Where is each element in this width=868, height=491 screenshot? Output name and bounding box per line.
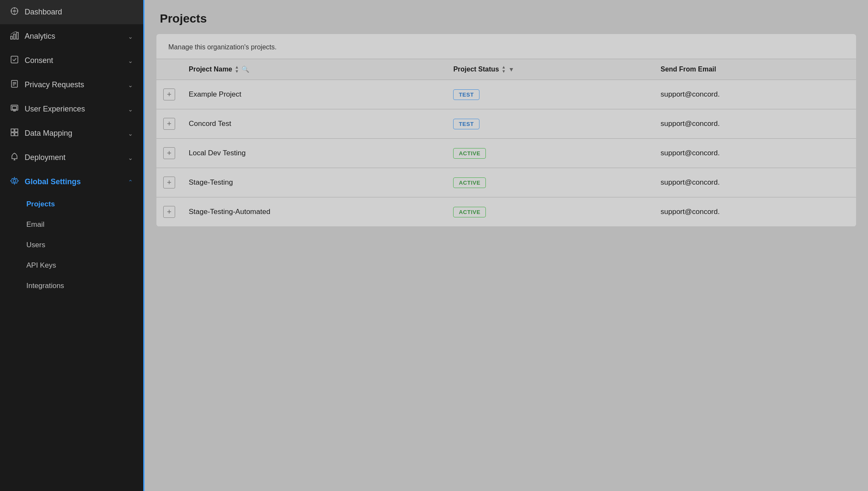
chevron-down-icon: ⌄ (128, 154, 133, 161)
expand-button[interactable]: + (163, 206, 175, 218)
send-from-email-cell: support@concord. (654, 80, 856, 109)
main-content: Projects Manage this organization's proj… (145, 0, 868, 491)
sidebar-item-label: Consent (25, 56, 125, 65)
column-project-name-label: Project Name (189, 66, 232, 73)
project-name-cell: Local Dev Testing (182, 139, 446, 168)
expand-button[interactable]: + (163, 88, 175, 100)
data-mapping-icon (10, 128, 19, 139)
status-badge: TEST (453, 89, 479, 100)
sidebar-item-data-mapping[interactable]: Data Mapping ⌄ (0, 121, 143, 146)
gear-icon (10, 177, 19, 187)
table-body: +Example ProjectTESTsupport@concord.+Con… (156, 80, 856, 227)
sidebar-item-label: Analytics (25, 32, 125, 41)
expand-button[interactable]: + (163, 177, 175, 188)
sidebar-item-global-settings[interactable]: Global Settings ⌃ (0, 170, 143, 194)
project-status-cell: ACTIVE (446, 197, 654, 227)
sort-icon[interactable]: ▲▼ (502, 65, 506, 74)
svg-rect-9 (11, 56, 18, 63)
status-badge: ACTIVE (453, 177, 486, 188)
project-name-cell: Stage-Testing (182, 168, 446, 197)
status-badge: TEST (453, 119, 479, 129)
chevron-down-icon: ⌄ (128, 106, 133, 113)
send-from-email-cell: support@concord. (654, 197, 856, 227)
table-row: +Stage-Testing-AutomatedACTIVEsupport@co… (156, 197, 856, 227)
column-project-status: Project Status ▲▼ ▼ (446, 59, 654, 80)
page-title: Projects (160, 12, 853, 26)
table-row: +Example ProjectTESTsupport@concord. (156, 80, 856, 109)
sidebar-item-dashboard[interactable]: Dashboard (0, 0, 143, 24)
sidebar-sub-item-email[interactable]: Email (0, 214, 143, 235)
sidebar-sub-item-api-keys[interactable]: API Keys (0, 255, 143, 276)
svg-rect-6 (11, 36, 12, 39)
sidebar-sub-item-label: Integrations (26, 282, 64, 290)
column-send-from-email-label: Send From Email (661, 66, 716, 73)
projects-table-wrapper: Project Name ▲▼ 🔍 Project Status ▲▼ ▼ (156, 59, 856, 226)
project-name-cell: Example Project (182, 80, 446, 109)
sidebar-item-label: Deployment (25, 153, 125, 162)
chevron-down-icon: ⌄ (128, 33, 133, 40)
send-from-email-cell: support@concord. (654, 168, 856, 197)
svg-point-23 (13, 180, 16, 182)
projects-table: Project Name ▲▼ 🔍 Project Status ▲▼ ▼ (156, 59, 856, 226)
table-row: +Concord TestTESTsupport@concord. (156, 109, 856, 139)
svg-point-1 (14, 10, 15, 12)
column-send-from-email: Send From Email (654, 59, 856, 80)
dashboard-icon (10, 7, 19, 17)
sidebar-item-privacy-requests[interactable]: Privacy Requests ⌄ (0, 73, 143, 97)
expand-cell: + (156, 80, 182, 109)
column-expand (156, 59, 182, 80)
svg-rect-17 (11, 129, 14, 132)
privacy-requests-icon (10, 80, 19, 90)
page-header: Projects (145, 0, 868, 34)
table-row: +Stage-TestingACTIVEsupport@concord. (156, 168, 856, 197)
expand-cell: + (156, 139, 182, 168)
sidebar-item-label: Global Settings (25, 177, 125, 186)
projects-card: Manage this organization's projects. Pro… (156, 34, 856, 226)
sidebar-item-user-experiences[interactable]: User Experiences ⌄ (0, 97, 143, 121)
sidebar-item-analytics[interactable]: Analytics ⌄ (0, 24, 143, 49)
status-badge: ACTIVE (453, 148, 486, 159)
svg-rect-7 (14, 34, 15, 39)
svg-rect-20 (15, 133, 18, 136)
sidebar-sub-item-label: Email (26, 220, 45, 229)
sidebar-item-deployment[interactable]: Deployment ⌄ (0, 146, 143, 170)
sidebar-sub-item-label: Users (26, 241, 45, 249)
chevron-down-icon: ⌄ (128, 57, 133, 64)
card-description: Manage this organization's projects. (156, 34, 856, 59)
project-status-cell: ACTIVE (446, 139, 654, 168)
sort-icon[interactable]: ▲▼ (235, 65, 239, 74)
sidebar-sub-item-projects[interactable]: Projects (0, 194, 143, 214)
table-header-row: Project Name ▲▼ 🔍 Project Status ▲▼ ▼ (156, 59, 856, 80)
send-from-email-cell: support@concord. (654, 109, 856, 139)
sidebar-sub-item-integrations[interactable]: Integrations (0, 276, 143, 296)
sidebar-item-label: Data Mapping (25, 129, 125, 138)
expand-cell: + (156, 197, 182, 227)
deployment-icon (10, 152, 19, 163)
project-name-cell: Stage-Testing-Automated (182, 197, 446, 227)
expand-cell: + (156, 168, 182, 197)
send-from-email-cell: support@concord. (654, 139, 856, 168)
user-experiences-icon (10, 104, 19, 114)
sidebar-sub-item-users[interactable]: Users (0, 235, 143, 255)
svg-rect-19 (11, 133, 14, 136)
project-status-cell: ACTIVE (446, 168, 654, 197)
expand-cell: + (156, 109, 182, 139)
sidebar-sub-item-label: API Keys (26, 261, 56, 270)
search-icon[interactable]: 🔍 (241, 66, 250, 73)
chevron-up-icon: ⌃ (128, 179, 133, 186)
sidebar-item-label: Privacy Requests (25, 80, 125, 89)
expand-button[interactable]: + (163, 118, 175, 130)
chevron-down-icon: ⌄ (128, 130, 133, 137)
expand-button[interactable]: + (163, 147, 175, 159)
analytics-icon (10, 31, 19, 42)
column-project-name: Project Name ▲▼ 🔍 (182, 59, 446, 80)
svg-rect-18 (15, 129, 18, 132)
status-badge: ACTIVE (453, 207, 486, 217)
sidebar-sub-item-label: Projects (26, 200, 55, 208)
filter-icon[interactable]: ▼ (508, 66, 514, 73)
sidebar-item-label: User Experiences (25, 105, 125, 114)
svg-rect-15 (12, 106, 17, 109)
sidebar: Dashboard Analytics ⌄ Consent ⌄ (0, 0, 145, 491)
sidebar-item-consent[interactable]: Consent ⌄ (0, 49, 143, 73)
table-row: +Local Dev TestingACTIVEsupport@concord. (156, 139, 856, 168)
